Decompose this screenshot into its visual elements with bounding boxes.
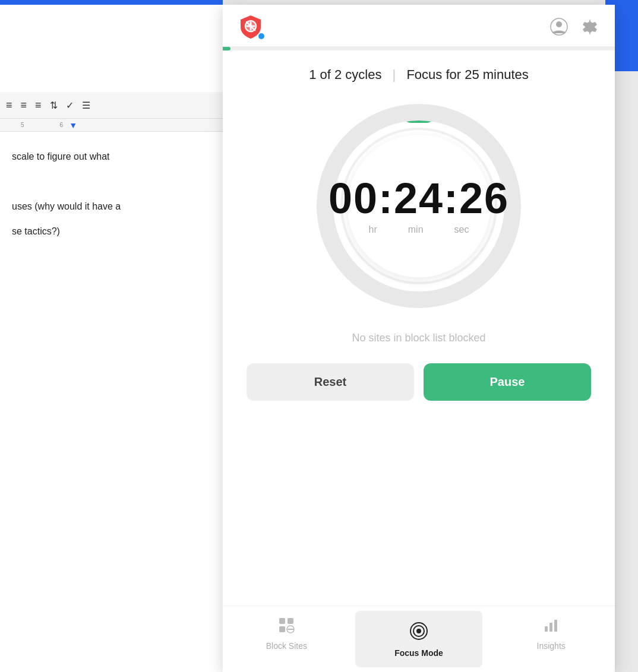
- timer-display: 00:24:26 hr min sec: [329, 177, 509, 235]
- background-document: ≡ ≡ ≡ ⇅ ✓ ☰ 5 6 ▼ scale to figure out wh…: [0, 0, 223, 672]
- list-icon: ☰: [82, 100, 90, 111]
- sec-label: sec: [454, 224, 469, 235]
- nav-label-focus-mode: Focus Mode: [394, 648, 443, 658]
- bg-text-line-3: se tactics?): [12, 224, 211, 239]
- nav-label-insights: Insights: [537, 641, 566, 651]
- block-sites-icon: [278, 617, 295, 638]
- line-spacing-icon: ⇅: [50, 100, 58, 111]
- button-row: Reset Pause: [247, 363, 591, 401]
- status-text: No sites in block list blocked: [352, 332, 485, 344]
- cycle-count: 1 of 2 cycles: [309, 67, 381, 82]
- popup-content: 1 of 2 cycles | Focus for 25 minutes: [223, 50, 615, 606]
- svg-rect-21: [554, 620, 557, 632]
- align-right-icon: ≡: [35, 99, 42, 112]
- svg-rect-11: [279, 618, 285, 624]
- svg-point-18: [416, 629, 421, 633]
- timer-time: 00:24:26: [329, 177, 509, 220]
- nav-label-block-sites: Block Sites: [266, 641, 307, 651]
- bg-toolbar: [0, 0, 223, 5]
- hr-label: hr: [369, 224, 377, 235]
- svg-rect-19: [545, 626, 548, 632]
- bg-ruler: 5 6 ▼: [0, 119, 223, 132]
- popup-panel: 1 of 2 cycles | Focus for 25 minutes: [223, 5, 615, 672]
- header-actions: [548, 16, 601, 37]
- focus-mode-icon: [409, 622, 428, 645]
- insights-icon: [543, 617, 560, 638]
- nav-item-insights[interactable]: Insights: [487, 606, 615, 672]
- svg-rect-12: [288, 618, 293, 624]
- bg-text-area: scale to figure out what uses (why would…: [0, 132, 223, 267]
- bg-formatting-toolbar: ≡ ≡ ≡ ⇅ ✓ ☰: [0, 92, 223, 119]
- popup-header: [223, 5, 615, 47]
- checklist-icon: ✓: [66, 100, 74, 111]
- svg-rect-13: [279, 626, 285, 632]
- min-label: min: [408, 224, 424, 235]
- pause-button[interactable]: Pause: [424, 363, 591, 401]
- progress-bar-fill: [223, 47, 230, 50]
- nav-item-block-sites[interactable]: Block Sites: [223, 606, 350, 672]
- bg-text-line-1: scale to figure out what: [12, 150, 211, 164]
- align-left-icon: ≡: [6, 99, 12, 112]
- notification-dot: [258, 33, 264, 39]
- popup-logo: [237, 13, 264, 40]
- svg-point-6: [556, 21, 562, 27]
- nav-item-focus-mode[interactable]: Focus Mode: [355, 611, 483, 667]
- bg-text-line-2: uses (why would it have a: [12, 199, 211, 214]
- focus-duration: Focus for 25 minutes: [406, 67, 528, 82]
- settings-button[interactable]: [579, 16, 601, 37]
- timer-circle-wrapper: 00:24:26 hr min sec: [312, 99, 526, 313]
- reset-button[interactable]: Reset: [247, 363, 414, 401]
- bottom-nav: Block Sites Focus Mode Ins: [223, 606, 615, 672]
- shield-logo-icon: [237, 13, 264, 40]
- timer-labels: hr min sec: [329, 224, 509, 235]
- svg-rect-20: [549, 623, 552, 632]
- account-button[interactable]: [548, 16, 570, 37]
- cycle-info: 1 of 2 cycles | Focus for 25 minutes: [309, 67, 529, 83]
- cycle-separator: |: [393, 67, 400, 82]
- align-center-icon: ≡: [21, 99, 27, 112]
- progress-bar: [223, 47, 615, 50]
